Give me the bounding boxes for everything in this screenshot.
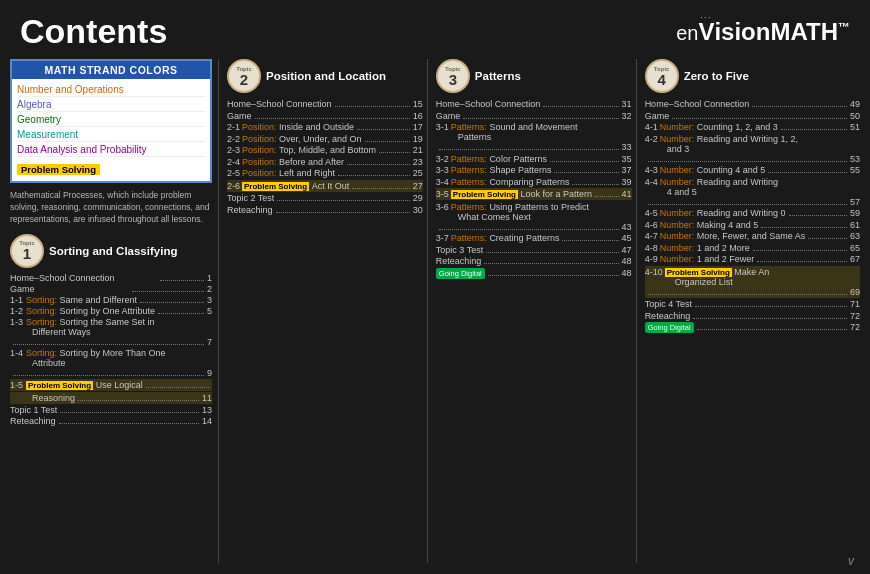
- topic-4-title: Zero to Five: [684, 70, 749, 82]
- strand-measurement: Measurement: [17, 127, 205, 142]
- strand-colors-box: MATH STRAND COLORS Number and Operations…: [10, 59, 212, 183]
- strand-problem: Problem Solving: [17, 157, 205, 178]
- topic-3-title: Patterns: [475, 70, 521, 82]
- strand-description: Mathematical Processes, which include pr…: [10, 190, 212, 226]
- column-1: MATH STRAND COLORS Number and Operations…: [10, 59, 218, 563]
- header: Contents enV···isionMATH™: [0, 0, 870, 59]
- topic-1-header: Topic 1 Sorting and Classifying: [10, 234, 212, 268]
- topic-4-column: Topic 4 Zero to Five Home–School Connect…: [636, 59, 862, 563]
- brand-logo: enV···isionMATH™: [676, 18, 850, 46]
- topic-1-entries: Home–School Connection 1 Game 2 1-1 Sort…: [10, 273, 212, 426]
- topic-1-title: Sorting and Classifying: [49, 245, 177, 257]
- page-title: Contents: [20, 12, 167, 51]
- topic-3-header: Topic 3 Patterns: [436, 59, 632, 93]
- strand-geometry: Geometry: [17, 112, 205, 127]
- strand-algebra: Algebra: [17, 97, 205, 112]
- strand-number: Number and Operations: [17, 82, 205, 97]
- topic-4-header: Topic 4 Zero to Five: [645, 59, 860, 93]
- strand-data: Data Analysis and Probability: [17, 142, 205, 157]
- topic-2-title: Position and Location: [266, 70, 386, 82]
- strand-header: MATH STRAND COLORS: [12, 61, 210, 79]
- topic-2-header: Topic 2 Position and Location: [227, 59, 423, 93]
- page-indicator: v: [848, 554, 854, 568]
- topic-3-column: Topic 3 Patterns Home–School Connection …: [427, 59, 636, 563]
- topic-2-column: Topic 2 Position and Location Home–Schoo…: [218, 59, 427, 563]
